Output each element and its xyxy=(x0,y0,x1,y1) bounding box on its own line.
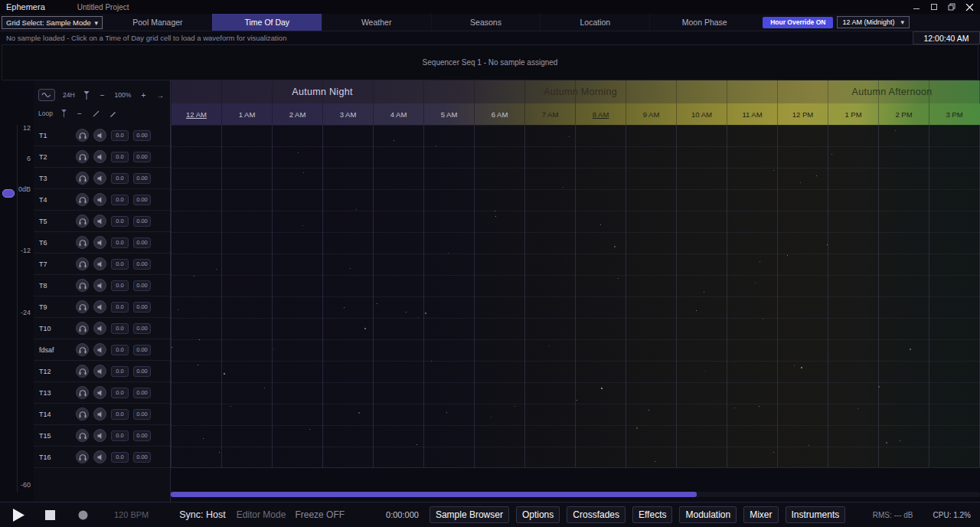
pan-value[interactable]: 0.00 xyxy=(133,345,151,355)
pan-value[interactable]: 0.00 xyxy=(133,259,151,270)
sync-mode-button[interactable]: Sync: Host xyxy=(179,509,225,520)
mute-button[interactable] xyxy=(93,214,106,227)
tab-time-of-day[interactable]: Time Of Day xyxy=(212,14,322,31)
cue-button[interactable] xyxy=(76,408,89,421)
cue-button[interactable] xyxy=(76,129,89,142)
mute-button[interactable] xyxy=(93,386,106,399)
cue-button[interactable] xyxy=(76,257,89,270)
volume-value[interactable]: 0.0 xyxy=(111,388,129,398)
cue-button[interactable] xyxy=(76,343,89,356)
follow-playhead-button[interactable]: → xyxy=(155,89,165,101)
hour-cell-8-am[interactable]: 8 AM xyxy=(575,103,626,125)
volume-slider-handle[interactable] xyxy=(2,189,15,198)
volume-value[interactable]: 0.0 xyxy=(111,195,129,205)
volume-value[interactable]: 0.0 xyxy=(111,323,129,334)
mixer-button[interactable]: Mixer xyxy=(743,506,778,523)
hour-cell-12-am[interactable]: 12 AM xyxy=(171,103,221,125)
track-name[interactable]: T13 xyxy=(39,389,71,397)
pan-value[interactable]: 0.00 xyxy=(133,302,151,313)
cue-button[interactable] xyxy=(76,193,89,206)
volume-value[interactable]: 0.0 xyxy=(111,366,129,377)
volume-value[interactable]: 0.0 xyxy=(111,216,129,227)
pan-value[interactable]: 0.00 xyxy=(133,216,151,227)
volume-value[interactable]: 0.0 xyxy=(111,345,129,355)
modulation-button[interactable]: Modulation xyxy=(679,506,737,523)
cue-button[interactable] xyxy=(76,300,89,313)
instruments-button[interactable]: Instruments xyxy=(786,506,846,523)
cue-button[interactable] xyxy=(76,172,89,185)
cue-button[interactable] xyxy=(76,214,89,227)
hour-cell-4-am[interactable]: 4 AM xyxy=(373,103,423,125)
volume-value[interactable]: 0.0 xyxy=(111,280,129,291)
track-name[interactable]: T14 xyxy=(39,411,71,418)
mute-button[interactable] xyxy=(93,365,106,378)
zoom-out-button[interactable]: − xyxy=(98,89,107,101)
freeze-toggle[interactable]: Freeze OFF xyxy=(295,509,345,520)
track-name[interactable]: T5 xyxy=(39,218,71,225)
volume-value[interactable]: 0.0 xyxy=(111,452,129,463)
cue-button[interactable] xyxy=(76,365,89,378)
pan-value[interactable]: 0.00 xyxy=(133,388,151,398)
cue-button[interactable] xyxy=(76,236,89,249)
track-name[interactable]: T8 xyxy=(39,282,71,290)
mute-button[interactable] xyxy=(93,279,106,292)
tab-location[interactable]: Location xyxy=(540,14,649,31)
grid-select-dropdown[interactable]: Grid Select: Sample Mode xyxy=(2,16,103,29)
tab-seasons[interactable]: Seasons xyxy=(431,14,541,31)
pan-value[interactable]: 0.00 xyxy=(133,430,151,441)
track-name[interactable]: T12 xyxy=(39,368,71,375)
tab-weather[interactable]: Weather xyxy=(322,14,431,31)
pan-value[interactable]: 0.00 xyxy=(133,323,151,334)
track-name[interactable]: T6 xyxy=(39,239,71,247)
hour-cell-2-am[interactable]: 2 AM xyxy=(272,103,322,125)
hour-cell-5-am[interactable]: 5 AM xyxy=(423,103,474,125)
sample-browser-button[interactable]: Sample Browser xyxy=(430,506,509,523)
pan-value[interactable]: 0.00 xyxy=(133,173,151,184)
horizontal-scrollbar[interactable] xyxy=(171,492,980,497)
options-button[interactable]: Options xyxy=(516,506,560,523)
volume-value[interactable]: 0.0 xyxy=(111,302,129,313)
playhead-marker-icon[interactable] xyxy=(83,90,90,100)
track-name[interactable]: T3 xyxy=(39,175,71,182)
mute-button[interactable] xyxy=(93,429,106,442)
hour-cell-3-am[interactable]: 3 AM xyxy=(322,103,373,125)
cue-button[interactable] xyxy=(76,322,89,335)
track-name[interactable]: fdsaf xyxy=(39,346,71,354)
time-of-day-grid[interactable] xyxy=(171,125,980,468)
waveform-mode-button[interactable] xyxy=(38,89,55,101)
pan-value[interactable]: 0.00 xyxy=(133,366,151,377)
cue-button[interactable] xyxy=(76,150,89,163)
pan-value[interactable]: 0.00 xyxy=(133,195,151,205)
line-tool-button[interactable] xyxy=(92,107,101,119)
hour-cell-1-am[interactable]: 1 AM xyxy=(221,103,272,125)
mute-button[interactable] xyxy=(93,343,106,356)
effects-button[interactable]: Effects xyxy=(632,506,672,523)
horizontal-scrollbar-thumb[interactable] xyxy=(171,492,697,497)
mute-button[interactable] xyxy=(93,408,106,421)
mute-button[interactable] xyxy=(93,193,106,206)
track-name[interactable]: T4 xyxy=(39,196,71,204)
hour-cell-12-pm[interactable]: 12 PM xyxy=(777,103,828,125)
hour-cell-2-pm[interactable]: 2 PM xyxy=(878,103,929,125)
cue-button[interactable] xyxy=(76,450,89,463)
volume-value[interactable]: 0.0 xyxy=(111,173,129,184)
bpm-display[interactable]: 120 BPM xyxy=(114,510,149,519)
cue-button[interactable] xyxy=(76,279,89,292)
pan-value[interactable]: 0.00 xyxy=(133,452,151,463)
track-name[interactable]: T16 xyxy=(39,453,71,461)
volume-value[interactable]: 0.0 xyxy=(111,430,129,441)
hour-cell-11-am[interactable]: 11 AM xyxy=(727,103,777,125)
pencil-tool-button[interactable] xyxy=(109,107,118,119)
pan-value[interactable]: 0.00 xyxy=(133,409,151,420)
hour-cell-3-pm[interactable]: 3 PM xyxy=(929,103,979,125)
mute-button[interactable] xyxy=(93,322,106,335)
hour-cell-9-am[interactable]: 9 AM xyxy=(626,103,676,125)
record-button[interactable] xyxy=(78,510,88,520)
stop-button[interactable] xyxy=(45,510,55,520)
track-name[interactable]: T10 xyxy=(39,325,71,332)
volume-value[interactable]: 0.0 xyxy=(111,152,129,162)
tab-pool-manager[interactable]: Pool Manager xyxy=(103,14,212,31)
hour-select-dropdown[interactable]: 12 AM (Midnight) xyxy=(837,16,910,28)
crossfades-button[interactable]: Crossfades xyxy=(567,506,626,523)
track-name[interactable]: T9 xyxy=(39,303,71,311)
